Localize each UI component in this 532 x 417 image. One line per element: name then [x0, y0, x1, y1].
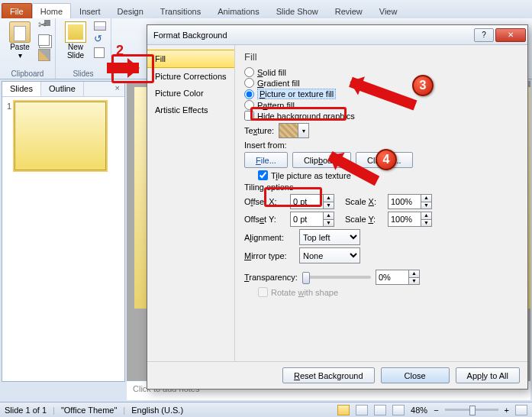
tab-animations[interactable]: Animations — [209, 3, 267, 18]
thumb-number: 1 — [7, 102, 11, 170]
fill-heading: Fill — [244, 51, 518, 63]
tab-file[interactable]: File — [2, 3, 32, 18]
label-solid-fill: Solid fill — [257, 68, 286, 77]
radio-gradient-fill[interactable] — [244, 78, 254, 88]
paste-button[interactable]: Paste ▾ — [5, 20, 35, 60]
offset-y-input[interactable]: ▲▼ — [290, 212, 334, 227]
alignment-label: Alignment: — [244, 233, 295, 242]
cut-icon[interactable] — [38, 20, 50, 32]
status-language: English (U.S.) — [131, 406, 183, 415]
tab-home[interactable]: Home — [32, 3, 71, 18]
tab-review[interactable]: Review — [327, 3, 371, 18]
nav-picture-color[interactable]: Picture Color — [147, 85, 234, 102]
label-tile-picture: Tile picture as texture — [271, 171, 351, 180]
view-normal-button[interactable] — [337, 405, 350, 415]
copy-icon[interactable] — [38, 34, 50, 47]
status-zoom: 48% — [411, 406, 427, 415]
label-rotate-with-shape: Rotate with shape — [271, 288, 338, 297]
pane-tab-outline[interactable]: Outline — [41, 82, 84, 96]
scale-x-label: Scale X: — [345, 197, 383, 206]
pane-close-icon[interactable]: × — [111, 82, 124, 96]
dialog-titlebar[interactable]: Format Background ? ✕ — [147, 25, 527, 45]
nav-picture-corrections[interactable]: Picture Corrections — [147, 68, 234, 85]
dialog-close-button[interactable]: ✕ — [495, 28, 526, 42]
zoom-out-icon[interactable]: − — [434, 406, 438, 415]
label-gradient-fill: Gradient fill — [257, 79, 300, 88]
check-rotate-with-shape — [258, 287, 268, 297]
pane-tab-slides[interactable]: Slides — [2, 82, 41, 96]
paste-label: Paste — [10, 43, 30, 51]
alignment-select[interactable]: Top left — [299, 229, 360, 245]
status-bar: Slide 1 of 1| "Office Theme"| English (U… — [0, 402, 532, 417]
reset-icon[interactable] — [94, 33, 106, 45]
zoom-in-icon[interactable]: + — [505, 406, 509, 415]
annotation-box-file-button — [264, 187, 322, 207]
texture-label: Texture: — [244, 126, 274, 135]
group-slides: New Slide Slides — [56, 18, 111, 79]
nav-fill[interactable]: Fill — [147, 50, 234, 68]
scale-y-label: Scale Y: — [345, 215, 383, 224]
annotation-box-picture-fill — [250, 107, 347, 121]
tab-slideshow[interactable]: Slide Show — [268, 3, 327, 18]
slide-thumbnail-1[interactable] — [15, 102, 106, 170]
tab-design[interactable]: Design — [109, 3, 152, 18]
status-theme: "Office Theme" — [61, 406, 117, 415]
dialog-title: Format Background — [153, 31, 472, 40]
transparency-label: Transparency: — [244, 273, 298, 282]
texture-dropdown[interactable]: ▾ — [298, 123, 309, 138]
view-reading-button[interactable] — [374, 405, 386, 415]
check-tile-picture[interactable] — [258, 170, 268, 180]
close-button[interactable]: Close — [381, 367, 450, 383]
radio-picture-fill[interactable] — [244, 89, 254, 99]
annotation-number-3: 3 — [412, 75, 434, 96]
mirror-select[interactable]: None — [299, 247, 360, 263]
annotation-number-4: 4 — [376, 149, 397, 170]
slides-pane: Slides Outline × 1 — [2, 81, 125, 382]
paste-icon — [9, 21, 31, 43]
apply-to-all-button[interactable]: Apply to All — [456, 367, 520, 383]
view-slideshow-button[interactable] — [392, 405, 405, 415]
new-slide-icon — [65, 21, 86, 43]
status-slide-number: Slide 1 of 1 — [5, 406, 47, 415]
menu-tabs: File Home Insert Design Transitions Anim… — [0, 0, 532, 18]
group-clipboard: Paste ▾ Clipboard — [0, 18, 56, 79]
insert-file-button[interactable]: File... — [244, 152, 288, 168]
tab-transitions[interactable]: Transitions — [152, 3, 209, 18]
scale-y-input[interactable]: ▲▼ — [388, 212, 432, 227]
layout-icon[interactable] — [94, 21, 106, 31]
radio-solid-fill[interactable] — [244, 67, 254, 77]
insert-from-label: Insert from: — [244, 141, 287, 150]
new-slide-button[interactable]: New Slide — [60, 20, 91, 60]
reset-background-button[interactable]: Reset Background — [282, 367, 375, 383]
fit-to-window-button[interactable] — [515, 405, 527, 415]
zoom-slider[interactable] — [445, 409, 498, 411]
new-slide-label: New Slide — [67, 43, 84, 60]
dialog-footer: Reset Background Close Apply to All — [147, 361, 527, 389]
label-picture-fill: Picture or texture fill — [257, 89, 336, 99]
dialog-nav: Fill Picture Corrections Picture Color A… — [147, 45, 235, 361]
section-icon[interactable] — [94, 47, 105, 58]
group-label-slides: Slides — [60, 69, 106, 79]
transparency-slider[interactable] — [302, 276, 371, 279]
offset-y-label: Offset Y: — [244, 215, 285, 224]
transparency-input[interactable]: ▲▼ — [376, 270, 420, 285]
mirror-label: Mirror type: — [244, 251, 295, 260]
view-sorter-button[interactable] — [356, 405, 368, 415]
annotation-arrow-fill — [107, 63, 139, 73]
scale-x-input[interactable]: ▲▼ — [388, 194, 432, 209]
format-painter-icon[interactable] — [38, 49, 50, 61]
paste-dropdown-icon[interactable]: ▾ — [18, 51, 22, 60]
texture-swatch — [279, 123, 298, 138]
format-background-dialog: Format Background ? ✕ Fill Picture Corre… — [147, 24, 528, 390]
group-label-clipboard: Clipboard — [5, 69, 50, 79]
tab-insert[interactable]: Insert — [71, 3, 109, 18]
tab-view[interactable]: View — [371, 3, 406, 18]
nav-artistic-effects[interactable]: Artistic Effects — [147, 102, 234, 118]
dialog-help-button[interactable]: ? — [474, 28, 494, 42]
